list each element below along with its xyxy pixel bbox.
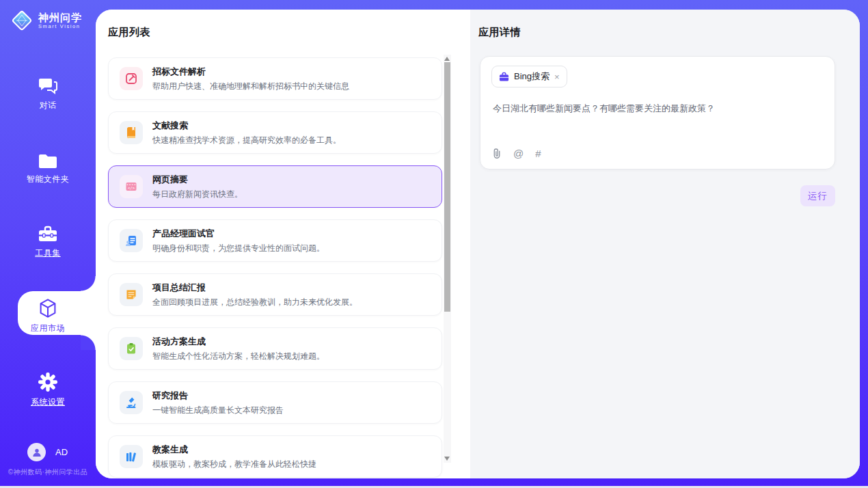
avatar — [27, 443, 46, 461]
scroll-down-icon[interactable] — [444, 457, 450, 461]
copyright-text: ©神州数码·神州问学出品 — [0, 467, 96, 477]
app-list: 招标文件解析 帮助用户快速、准确地理解和解析招标书中的关键信息 文献搜索 快速精… — [108, 57, 442, 478]
app-name: 研究报告 — [152, 390, 284, 402]
paperclip-icon[interactable] — [492, 148, 502, 159]
sidebar: 神州问学 Smart Vision 对话 智能文件夹 工具集 — [0, 0, 96, 488]
browser-code-icon: </> — [120, 175, 143, 198]
books-icon — [120, 445, 143, 468]
person-icon — [32, 448, 42, 457]
hash-icon[interactable]: # — [535, 148, 541, 159]
prompt-input-card[interactable]: Bing搜索 × 今日湖北有哪些新闻要点？有哪些需要关注的最新政策？ @ # — [480, 56, 835, 170]
sidebar-item-app-market[interactable]: 应用市场 — [0, 298, 96, 334]
run-button[interactable]: 运行 — [800, 185, 835, 206]
app-card-project-summary[interactable]: 项目总结汇报 全面回顾项目进展，总结经验教训，助力未来优化发展。 — [108, 273, 442, 316]
tool-tag-bing-search[interactable]: Bing搜索 × — [491, 66, 567, 87]
app-detail-title: 应用详情 — [478, 26, 860, 39]
app-card-literature-search[interactable]: 文献搜索 快速精准查找学术资源，提高研究效率的必备工具。 — [108, 111, 442, 154]
folder-icon — [38, 153, 58, 170]
app-name: 文献搜索 — [152, 120, 341, 132]
app-desc: 快速精准查找学术资源，提高研究效率的必备工具。 — [152, 135, 341, 146]
app-desc: 帮助用户快速、准确地理解和解析招标书中的关键信息 — [152, 81, 349, 92]
app-name: 项目总结汇报 — [152, 282, 357, 294]
scrollbar-track[interactable] — [444, 55, 451, 463]
app-name: 招标文件解析 — [152, 66, 349, 78]
sidebar-item-label: 工具集 — [0, 247, 96, 259]
attachment-toolbar: @ # — [492, 148, 541, 159]
clipboard-person-icon — [120, 229, 143, 252]
app-name: 教案生成 — [152, 444, 316, 456]
svg-text:</>: </> — [128, 186, 135, 190]
main-content: 应用列表 招标文件解析 帮助用户快速、准确地理解和解析招标书中的关键信息 — [96, 10, 860, 478]
sidebar-item-toolset[interactable]: 工具集 — [0, 226, 96, 259]
scroll-up-icon[interactable] — [444, 57, 450, 61]
sticky-note-icon — [120, 283, 143, 306]
app-card-event-plan[interactable]: 活动方案生成 智能生成个性化活动方案，轻松解决规划难题。 — [108, 327, 442, 370]
sidebar-item-smart-folder[interactable]: 智能文件夹 — [0, 153, 96, 185]
user-account[interactable]: AD — [27, 443, 68, 461]
app-list-title: 应用列表 — [108, 26, 470, 39]
app-card-web-summary[interactable]: </> 网页摘要 每日政府新闻资讯快查。 — [108, 165, 442, 208]
app-card-pm-interviewer[interactable]: 产品经理面试官 明确身份和职责，为您提供专业性的面试问题。 — [108, 219, 442, 262]
sidebar-item-label: 智能文件夹 — [0, 174, 96, 185]
sidebar-item-label: 系统设置 — [0, 396, 96, 408]
mention-at-icon[interactable]: @ — [513, 148, 524, 159]
chat-icon — [38, 77, 58, 96]
app-detail-panel: 应用详情 Bing搜索 × 今日湖北有哪些新闻要点？有哪些需要关注的最新政策？ … — [470, 10, 860, 478]
document-edit-icon — [120, 67, 143, 90]
app-desc: 明确身份和职责，为您提供专业性的面试问题。 — [152, 243, 325, 254]
app-name: 活动方案生成 — [152, 336, 325, 348]
tool-tag-label: Bing搜索 — [514, 70, 550, 83]
app-desc: 每日政府新闻资讯快查。 — [152, 189, 243, 200]
sidebar-item-label: 应用市场 — [0, 323, 96, 334]
app-name: 产品经理面试官 — [152, 228, 325, 240]
clipboard-check-icon — [120, 337, 143, 360]
app-name: 网页摘要 — [152, 174, 243, 186]
app-card-research-report[interactable]: 研究报告 一键智能生成高质量长文本研究报告 — [108, 381, 442, 424]
app-card-tender-parse[interactable]: 招标文件解析 帮助用户快速、准确地理解和解析招标书中的关键信息 — [108, 57, 442, 100]
brand-logo: 神州问学 Smart Vision — [11, 10, 82, 31]
gear-icon — [38, 372, 58, 392]
sidebar-item-settings[interactable]: 系统设置 — [0, 372, 96, 408]
app-desc: 模板驱动，教案秒成，教学准备从此轻松快捷 — [152, 459, 316, 470]
diamond-logo-icon — [11, 10, 33, 31]
prompt-text[interactable]: 今日湖北有哪些新闻要点？有哪些需要关注的最新政策？ — [493, 102, 821, 115]
app-desc: 一键智能生成高质量长文本研究报告 — [152, 405, 284, 416]
sidebar-item-label: 对话 — [0, 100, 96, 111]
scrollbar-thumb[interactable] — [444, 62, 450, 312]
app-desc: 全面回顾项目进展，总结经验教训，助力未来优化发展。 — [152, 297, 357, 308]
book-icon — [120, 121, 143, 144]
user-name: AD — [55, 447, 68, 457]
microscope-icon — [120, 391, 143, 414]
brand-name: 神州问学 — [38, 12, 82, 23]
notch-curve-top — [81, 276, 96, 291]
brand-subtitle: Smart Vision — [38, 23, 82, 29]
sidebar-item-chat[interactable]: 对话 — [0, 77, 96, 111]
notch-curve-bottom — [81, 335, 96, 350]
briefcase-icon — [499, 72, 509, 82]
toolbox-icon — [38, 226, 58, 243]
cube-icon — [38, 298, 58, 318]
app-list-panel: 应用列表 招标文件解析 帮助用户快速、准确地理解和解析招标书中的关键信息 — [96, 10, 470, 478]
app-card-lesson-plan[interactable]: 教案生成 模板驱动，教案秒成，教学准备从此轻松快捷 — [108, 435, 442, 478]
app-desc: 智能生成个性化活动方案，轻松解决规划难题。 — [152, 351, 325, 362]
close-icon[interactable]: × — [554, 72, 560, 81]
